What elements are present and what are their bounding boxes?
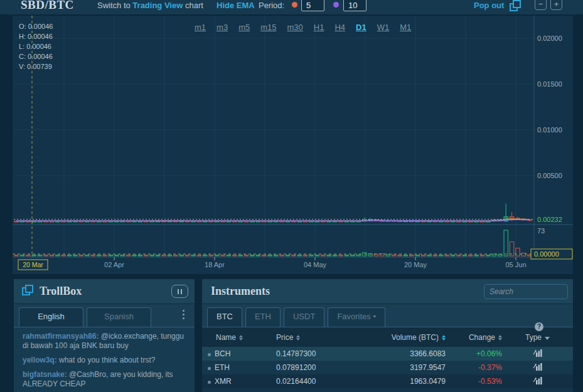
sort-arrows-icon[interactable] xyxy=(498,335,502,341)
instrument-row-bch[interactable]: BCH0.147873003366.6083+0.06% xyxy=(202,347,573,361)
volume-cell: 1963.0479 xyxy=(365,374,446,388)
instrument-row-eth[interactable]: ETH0.078912003197.9547-0.37% xyxy=(202,361,573,374)
market-tab-btc[interactable]: BTC xyxy=(207,307,242,327)
crosshair: 20 Mar0.00000 xyxy=(13,16,572,270)
close-value: C: 0.00046 xyxy=(19,51,53,61)
timeframe-D1[interactable]: D1 xyxy=(356,23,366,32)
low-value: L: 0.00046 xyxy=(19,41,53,51)
market-tab-usdt[interactable]: USDT xyxy=(284,307,324,327)
chat-message: bigfatsnake: @CashBro, are you kidding, … xyxy=(23,370,188,389)
x-axis-label: 20 May xyxy=(404,261,427,268)
x-axis-label: 02 Apr xyxy=(104,261,124,268)
zoom-in-button[interactable]: + xyxy=(550,0,562,10)
chat-text: what do you think about trst? xyxy=(59,356,155,364)
chat-username[interactable]: rahmatfirmansyah86: xyxy=(23,332,101,341)
timeframe-m30[interactable]: m30 xyxy=(287,23,302,32)
instruments-table: NamePriceVolume (BTC)ChangeType BCH0.147… xyxy=(202,327,573,388)
timeframe-H1[interactable]: H1 xyxy=(314,23,324,32)
ema5-color-dot xyxy=(292,2,297,8)
trollbox-language-tabs: EnglishSpanish xyxy=(14,304,195,327)
pause-chat-button[interactable] xyxy=(171,285,188,298)
chat-message-list[interactable]: rahmatfirmansyah86: @icko.exchange, tung… xyxy=(14,327,195,392)
switch-chart-text: Switch to Trading View chart xyxy=(97,1,203,10)
timeframe-M1[interactable]: M1 xyxy=(400,23,411,32)
trading-view-link[interactable]: Trading View xyxy=(132,1,183,10)
column-header-volume-btc-[interactable]: Volume (BTC) xyxy=(365,327,446,347)
open-value: O: 0.00046 xyxy=(19,21,53,31)
chat-message: yellow3q: what do you think about trst? xyxy=(23,356,188,365)
name-cell: ETH xyxy=(202,361,276,374)
chat-username[interactable]: yellow3q: xyxy=(23,356,59,364)
instruments-table-wrap: ? NamePriceVolume (BTC)ChangeType BCH0.1… xyxy=(202,327,573,388)
trollbox-tab-spanish[interactable]: Spanish xyxy=(87,307,151,327)
x-axis-label: 04 May xyxy=(304,261,327,268)
sort-arrows-icon[interactable] xyxy=(442,335,446,341)
popout-icon[interactable] xyxy=(508,0,522,14)
high-value: H: 0.00046 xyxy=(19,31,53,41)
instruments-header: Instruments xyxy=(202,279,573,304)
timeframe-m15[interactable]: m15 xyxy=(260,23,276,32)
timeframe-W1[interactable]: W1 xyxy=(377,23,390,32)
column-header-price[interactable]: Price xyxy=(276,327,365,347)
pair-title: SBD/BTC xyxy=(21,0,74,12)
candlestick-chart-panel[interactable]: O: 0.00046 H: 0.00046 L: 0.00046 C: 0.00… xyxy=(13,16,573,274)
popout-label[interactable]: Pop out xyxy=(474,1,504,10)
type-filter-caret-icon[interactable] xyxy=(545,337,550,340)
trollbox-tab-english[interactable]: English xyxy=(19,307,83,327)
kebab-menu-icon[interactable] xyxy=(183,310,185,319)
price-cell: 0.14787300 xyxy=(276,347,365,361)
instruments-panel: Instruments BTCETHUSDTFavorites • ? Name… xyxy=(202,279,573,392)
sort-arrows-icon[interactable] xyxy=(239,335,243,341)
trollbox-panel: TrollBox EnglishSpanish rahmatfirmansyah… xyxy=(14,279,195,392)
chat-username[interactable]: bigfatsnake: xyxy=(23,370,69,379)
volume-bars-layer xyxy=(14,230,532,256)
sort-arrows-icon[interactable] xyxy=(296,335,300,341)
timeframe-H4[interactable]: H4 xyxy=(334,23,345,32)
type-cell xyxy=(502,361,573,374)
chart-type-icon[interactable] xyxy=(533,349,542,357)
type-cell xyxy=(502,347,573,361)
market-tabs: BTCETHUSDTFavorites • xyxy=(202,304,573,327)
search-input[interactable] xyxy=(484,284,568,299)
x-axis-label: 05 Jun xyxy=(505,261,526,268)
volume-cell: 3197.9547 xyxy=(365,361,446,374)
x-axis-label: 18 Apr xyxy=(205,261,225,268)
type-cell xyxy=(502,374,573,388)
instrument-row-xmr[interactable]: XMR0.021644001963.0479-0.53% xyxy=(202,374,573,388)
zoom-out-button[interactable]: − xyxy=(535,0,547,10)
crosshair-x-label: 20 Mar xyxy=(23,261,43,268)
y-axis-label: 0.01500 xyxy=(537,80,562,88)
market-tab-favorites[interactable]: Favorites • xyxy=(328,307,385,327)
price-cell: 0.07891200 xyxy=(276,361,365,374)
table-header-row: NamePriceVolume (BTC)ChangeType xyxy=(202,327,573,347)
popout-window-icon[interactable] xyxy=(21,284,34,299)
price-cell: 0.02164400 xyxy=(276,374,365,388)
timeframe-m3[interactable]: m3 xyxy=(217,23,228,32)
chart-toolbar: SBD/BTC Switch to Trading View chart Hid… xyxy=(0,0,583,14)
market-tab-eth[interactable]: ETH xyxy=(245,307,281,327)
hide-ema-link[interactable]: Hide EMA xyxy=(217,1,255,10)
trollbox-title: TrollBox xyxy=(40,285,82,298)
timeframe-m1[interactable]: m1 xyxy=(195,23,206,32)
period-label: Period: xyxy=(259,1,284,10)
candlestick-chart[interactable]: 0.002320.020000.015000.010000.005007302 … xyxy=(13,16,573,274)
y-axis-label: 0.00500 xyxy=(537,172,562,179)
volume-cell: 3366.6083 xyxy=(365,347,446,361)
change-cell: +0.06% xyxy=(446,347,502,361)
ema-period-2-input[interactable] xyxy=(343,0,366,11)
chart-type-icon[interactable] xyxy=(533,376,542,384)
y-axis-label: 0.02000 xyxy=(537,34,562,42)
instruments-title: Instruments xyxy=(211,285,270,298)
help-icon[interactable]: ? xyxy=(535,322,543,331)
ema10-color-dot xyxy=(333,2,339,8)
chart-type-icon[interactable] xyxy=(533,363,542,371)
column-header-name[interactable]: Name xyxy=(202,327,276,347)
name-cell: BCH xyxy=(202,347,276,361)
column-header-change[interactable]: Change xyxy=(446,327,502,347)
trollbox-header: TrollBox xyxy=(14,279,195,304)
y-axis-label: 0.01000 xyxy=(537,126,562,134)
timeframe-m5[interactable]: m5 xyxy=(238,23,250,32)
ema-period-1-input[interactable] xyxy=(301,0,324,11)
volume-axis-label: 73 xyxy=(537,227,545,235)
ohlcv-readout: O: 0.00046 H: 0.00046 L: 0.00046 C: 0.00… xyxy=(19,21,53,72)
